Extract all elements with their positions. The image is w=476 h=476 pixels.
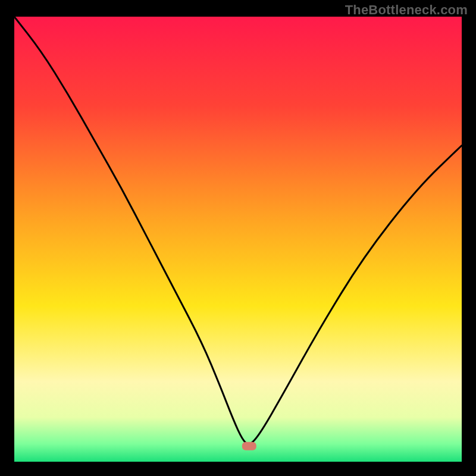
plot-area	[14, 17, 462, 462]
minimum-marker	[242, 442, 256, 450]
plot-svg	[14, 17, 462, 462]
watermark-text: TheBottleneck.com	[345, 2, 468, 18]
gradient-background	[14, 17, 462, 462]
chart-frame: TheBottleneck.com	[0, 0, 476, 476]
